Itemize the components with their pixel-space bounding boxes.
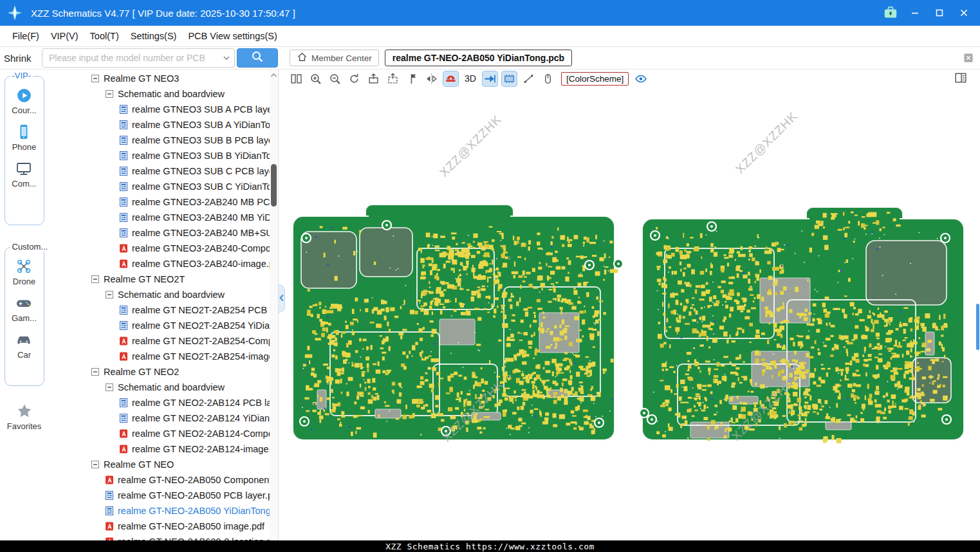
collapse-icon[interactable] xyxy=(104,89,115,99)
rotate-icon[interactable] xyxy=(347,71,362,86)
tab-active-pcb[interactable]: realme GT-NEO-2AB050 YiDianTong.pcb xyxy=(385,50,572,66)
tree-item[interactable]: realme GT-NEO-2AB050 Component.pdf xyxy=(48,472,270,488)
tree-item[interactable]: realme GT NEO2-2AB124 PCB layer.pcb xyxy=(48,395,270,410)
tree-item[interactable]: realme GT NEO2T-2AB254-image.pdf xyxy=(48,349,270,364)
tree-item-label: realme GT NEO2-2AB124 YiDianTong.pcb xyxy=(132,413,270,423)
export-up-icon[interactable] xyxy=(385,71,400,86)
tree-item[interactable]: Schematic and boardview xyxy=(48,380,270,395)
tree-item[interactable]: realme GT-NEO-2AB050 PCB layer.pcb xyxy=(48,488,270,503)
sidebar-item-favorites[interactable]: Favorites xyxy=(0,403,48,431)
search-button[interactable] xyxy=(237,48,278,68)
car-icon xyxy=(15,331,32,348)
sidebar-item-label: Car xyxy=(17,350,31,360)
tree-item[interactable]: realme GTNEO3 SUB C PCB layer.pcb xyxy=(48,163,270,179)
pcb-view[interactable]: XZZ@XZZHKXZZ@XZZHKXZZ@XZZHKXZZ@XZZHK xyxy=(279,87,980,540)
tree-item[interactable]: realme GTNEO3-2AB240-image.pdf xyxy=(48,256,270,271)
tree-item[interactable]: realme GT-NEO-2AB620-0 location r... xyxy=(48,534,270,540)
collapse-tree-handle[interactable] xyxy=(278,284,285,313)
menu-item-2[interactable]: Tool(T) xyxy=(84,26,125,46)
collapse-icon[interactable] xyxy=(90,73,100,84)
tree-item[interactable]: realme GT NEO2-2AB124-image.pdf xyxy=(48,441,270,457)
collapse-icon[interactable] xyxy=(104,290,115,300)
tab-label: realme GT-NEO-2AB050 YiDianTong.pcb xyxy=(393,53,564,63)
component-search-icon[interactable] xyxy=(502,71,517,86)
tree-item[interactable]: realme GTNEO3 SUB A YiDianTong.pcb xyxy=(48,117,270,133)
minimize-button[interactable] xyxy=(905,4,925,22)
sidebar-item-com[interactable]: Com... xyxy=(12,160,36,189)
view-3d-button[interactable]: 3D xyxy=(463,71,478,86)
shrink-button[interactable]: Shrink xyxy=(4,53,37,64)
jump-arrow-icon[interactable] xyxy=(483,71,497,86)
tree-item[interactable]: realme GTNEO3-2AB240 MB YiDianTong.pcb xyxy=(48,210,270,225)
title-bar[interactable]: XZZ Schematics V4.77 [ VIP Due date: 202… xyxy=(0,0,980,26)
tree-item[interactable]: realme GT-NEO-2AB050 YiDianTong.pcb xyxy=(48,503,270,519)
tree-item[interactable]: realme GT NEO2T-2AB254 PCB layer.pcb xyxy=(48,302,270,318)
colorscheme-button[interactable]: [ColorScheme] xyxy=(561,72,629,86)
pcb-file-icon xyxy=(118,197,129,207)
menu-item-1[interactable]: VIP(V) xyxy=(45,26,84,46)
sidebar-item-car[interactable]: Car xyxy=(12,331,37,360)
tree-item[interactable]: realme GTNEO3 SUB C YiDianTong.pcb xyxy=(48,179,270,194)
tree-item[interactable]: realme GTNEO3 SUB B YiDianTong.pcb xyxy=(48,148,270,163)
collapse-icon[interactable] xyxy=(90,459,100,470)
menu-item-4[interactable]: PCB View settings(S) xyxy=(182,26,282,46)
panel-toggle-icon[interactable] xyxy=(954,71,968,86)
tree-item[interactable]: Realme GT NEO3 xyxy=(48,71,270,86)
tree-scrollbar[interactable] xyxy=(270,69,278,540)
flip-horizontal-icon[interactable] xyxy=(424,71,439,86)
collapse-icon[interactable] xyxy=(90,367,100,377)
tree-item[interactable]: Realme GT NEO2T xyxy=(48,271,270,287)
split-view-icon[interactable] xyxy=(289,71,304,86)
tree-item-label: Schematic and boardview xyxy=(118,382,225,392)
viewer-vertical-scrollbar-thumb[interactable] xyxy=(976,304,979,350)
scroll-up-icon[interactable] xyxy=(270,71,278,80)
tree-item-label: Realme GT NEO2 xyxy=(104,367,179,377)
zoom-out-icon[interactable] xyxy=(328,71,342,86)
close-tabs-icon[interactable] xyxy=(963,52,974,64)
tree-item-label: Schematic and boardview xyxy=(118,89,225,99)
member-center-button[interactable]: Member Center xyxy=(290,50,379,66)
tree-item[interactable]: realme GTNEO3-2AB240-Component.pdf xyxy=(48,241,270,256)
tree-item[interactable]: realme GT NEO2-2AB124 YiDianTong.pcb xyxy=(48,410,270,426)
sidebar-item-label: Cour... xyxy=(12,106,36,115)
tree-item[interactable]: realme GT NEO2-2AB124-Component.pdf xyxy=(48,426,270,441)
tree-item[interactable]: Realme GT NEO xyxy=(48,457,270,472)
menu-item-3[interactable]: Settings(S) xyxy=(125,26,183,46)
collapse-icon[interactable] xyxy=(90,274,100,284)
tree-item[interactable]: realme GT NEO2T-2AB254-Component.pdf xyxy=(48,333,270,349)
maximize-button[interactable] xyxy=(930,4,949,22)
menu-item-0[interactable]: File(F) xyxy=(6,26,45,46)
phone-icon xyxy=(15,124,32,140)
measure-icon[interactable] xyxy=(521,71,536,86)
tree-item[interactable]: realme GT NEO2T-2AB254 YiDianTong.pcb xyxy=(48,318,270,333)
grab-icon[interactable] xyxy=(541,71,555,86)
close-button[interactable] xyxy=(954,4,974,22)
tree-item[interactable]: realme GTNEO3-2AB240 MB PCB layer.pcb xyxy=(48,194,270,210)
collapse-icon[interactable] xyxy=(104,382,115,392)
sidebar-item-label: Com... xyxy=(12,179,36,189)
tree-item[interactable]: realme GTNEO3 SUB A PCB layer.pcb xyxy=(48,102,270,117)
eye-icon[interactable] xyxy=(633,71,648,86)
tree-scrollbar-thumb[interactable] xyxy=(271,164,277,207)
tree-item[interactable]: realme GTNEO3-2AB240 MB+SUB.pcb xyxy=(48,225,270,241)
pin-icon[interactable] xyxy=(405,71,420,86)
chevron-down-icon[interactable] xyxy=(221,53,232,63)
tree-item[interactable]: Schematic and boardview xyxy=(48,287,270,302)
tree-item-label: realme GTNEO3 SUB A PCB layer.pcb xyxy=(132,104,270,115)
export-top-icon[interactable] xyxy=(366,71,381,86)
status-bar: XZZ Schematics https://www.xzztools.com xyxy=(0,540,980,552)
sidebar-item-cour[interactable]: Cour... xyxy=(12,87,36,115)
pdf-file-icon xyxy=(104,475,115,485)
sidebar-item-phone[interactable]: Phone xyxy=(12,124,36,152)
zoom-in-icon[interactable] xyxy=(308,71,323,86)
tree-item[interactable]: Schematic and boardview xyxy=(48,86,270,102)
license-button[interactable] xyxy=(881,4,900,22)
sidebar-item-gam[interactable]: Gam... xyxy=(12,295,37,323)
tree-item[interactable]: Realme GT NEO2 xyxy=(48,364,270,380)
tree-item[interactable]: realme GT-NEO-2AB050 image.pdf xyxy=(48,519,270,534)
tree-item[interactable]: realme GTNEO3 SUB B PCB layer.pcb xyxy=(48,133,270,148)
layer-toggle-icon[interactable] xyxy=(443,71,458,86)
search-input[interactable] xyxy=(42,48,235,68)
pcb-file-icon xyxy=(118,166,129,176)
sidebar-item-drone[interactable]: Drone xyxy=(12,258,37,286)
